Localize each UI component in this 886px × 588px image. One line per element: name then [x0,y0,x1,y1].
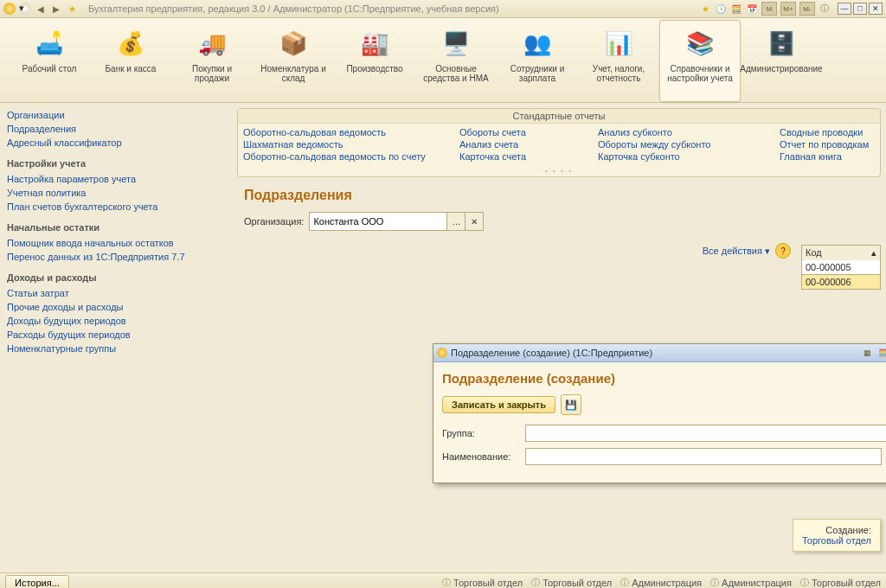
toolbar-icon: 💰 [113,26,148,61]
sidebar-link[interactable]: Прочие доходы и расходы [7,300,225,314]
report-link[interactable]: Карточка счета [459,151,589,162]
org-clear-btn[interactable]: ✕ [465,213,483,230]
toolbar-btn-3[interactable]: 📦Номенклатура и склад [253,20,334,102]
all-actions-link[interactable]: Все действия ▾ [703,246,770,257]
nav-back-icon[interactable]: ◀ [35,3,47,15]
toolbar-icon: 📚 [683,26,717,61]
calc-icon[interactable]: 🧮 [730,3,742,15]
sidebar-link[interactable]: Подразделения [7,122,225,136]
content-area: Стандартные отчеты Оборотно-сальдовая ве… [232,103,886,572]
name-input[interactable] [525,448,882,465]
name-row: Наименование: Код: [442,448,886,465]
toolbar-btn-5[interactable]: 🖥️Основные средства и НМА [415,20,497,102]
toolbar-label: Сотрудники и зарплата [499,64,575,83]
sidebar-link[interactable]: Статьи затрат [7,286,225,300]
page-title: Подразделения [244,188,881,203]
col-code: Код [806,247,822,259]
code-row[interactable]: 00-000006 [801,275,881,290]
info-small-icon: ⓘ [531,577,540,588]
sidebar-link[interactable]: Настройка параметров учета [7,172,225,186]
sidebar-link[interactable]: Расходы будущих периодов [7,328,225,342]
report-link[interactable]: Обороты между субконто [598,139,771,150]
toolbar-icon: 🚚 [195,26,229,61]
status-item[interactable]: ⓘТорговый отдел [531,577,612,588]
fav-icon[interactable]: ★ [699,3,711,15]
modal-calc-icon[interactable]: 🧮 [876,347,886,359]
report-link[interactable]: Анализ субконто [598,127,771,137]
status-item[interactable]: ⓘТорговый отдел [800,577,881,588]
status-item[interactable]: ⓘАдминистрация [710,577,792,588]
sidebar-link[interactable]: Учетная политика [7,186,225,200]
close-button[interactable]: ✕ [869,3,883,15]
sidebar-link[interactable]: Помощник ввода начальных остатков [7,236,225,250]
toolbar-icon: 🏭 [357,26,392,61]
report-link[interactable]: Шахматная ведомость [243,139,451,150]
sidebar-link[interactable]: Доходы будущих периодов [7,314,225,328]
col-sort-icon[interactable]: ▴ [871,247,876,259]
status-item[interactable]: ⓘАдминистрация [620,577,702,588]
org-select-btn[interactable]: … [446,213,465,230]
toolbar-btn-1[interactable]: 💰Банк и касса [90,20,171,102]
status-item[interactable]: ⓘТорговый отдел [442,577,523,588]
toolbar-btn-9[interactable]: 🗄️Администрирование [741,20,822,102]
info-small-icon: ⓘ [620,577,629,588]
report-link[interactable]: Оборотно-сальдовая ведомость по счету [243,151,451,162]
info-small-icon: ⓘ [710,577,719,588]
max-button[interactable]: □ [853,3,867,15]
mem-mplus[interactable]: M+ [780,2,796,16]
save-icon-button[interactable]: 💾 [561,394,581,415]
toolbar-btn-4[interactable]: 🏭Производство [334,20,415,102]
toolbar-icon: 🖥️ [439,26,473,61]
help-icon[interactable]: ? [775,243,791,259]
collapse-dots[interactable]: • • • • [238,167,880,176]
mem-m[interactable]: M [761,2,777,16]
info-icon[interactable]: ⓘ [819,3,831,15]
mem-mminus[interactable]: M- [799,2,815,16]
toolbar-btn-7[interactable]: 📊Учет, налоги, отчетность [578,20,659,102]
report-link[interactable]: Анализ счета [459,139,589,150]
toolbar-btn-8[interactable]: 📚Справочники и настройки учета [659,20,741,102]
report-link[interactable]: Оборотно-сальдовая ведомость [243,127,451,137]
info-small-icon: ⓘ [442,577,451,588]
reports-grid: Оборотно-сальдовая ведомостьОбороты счет… [238,124,880,167]
toolbar-label: Рабочий стол [22,64,77,74]
calendar-icon[interactable]: 📅 [746,3,758,15]
org-row: Организация: … ✕ [244,212,881,231]
toolbar-btn-2[interactable]: 🚚Покупки и продажи [171,20,253,102]
group-lookup: … 🔍 [525,424,886,443]
title-bar: ▾ ◀ ▶ ★ Бухгалтерия предприятия, редакци… [0,0,886,18]
report-link[interactable]: Главная книга [780,151,875,162]
toolbar-btn-0[interactable]: 🛋️Рабочий стол [9,20,90,102]
toolbar-icon: 📦 [276,26,311,61]
info-small-icon: ⓘ [800,577,809,588]
star-icon[interactable]: ★ [66,3,78,15]
sidebar-link[interactable]: Адресный классификатор [7,136,225,150]
history-button[interactable]: История... [5,575,69,588]
nav-fwd-icon[interactable]: ▶ [50,3,62,15]
report-link[interactable]: Обороты счета [459,127,589,137]
code-row[interactable]: 00-000005 [801,260,881,275]
sidebar-link[interactable]: Номенклатурные группы [7,342,225,355]
modal-grid-icon[interactable]: ▦ [861,347,873,359]
report-link[interactable]: Карточка субконто [598,151,771,162]
modal-titlebar: Подразделение (создание) (1С:Предприятие… [433,344,886,362]
sidebar-link[interactable]: Перенос данных из 1С:Предприятия 7.7 [7,250,225,264]
group-label: Группа: [442,428,520,438]
modal-title: Подразделение (создание) [442,371,886,386]
report-link[interactable]: Отчет по проводкам [780,139,875,150]
min-button[interactable]: — [838,3,851,15]
org-input[interactable] [310,214,446,229]
toolbar-label: Производство [346,64,402,74]
toolbar-btn-6[interactable]: 👥Сотрудники и зарплата [497,20,578,102]
sidebar-link[interactable]: План счетов бухгалтерского учета [7,200,225,214]
modal-app-icon [437,348,447,358]
code-list: Код ▴ 00-00000500-000006 [801,245,881,290]
sidebar-link[interactable]: Организации [7,108,225,122]
report-link[interactable]: Сводные проводки [780,127,875,137]
group-input[interactable] [525,425,886,442]
toolbar-label: Администрирование [740,64,822,74]
clock-icon[interactable]: 🕓 [715,3,727,15]
save-close-button[interactable]: Записать и закрыть [442,396,555,413]
window-title: Бухгалтерия предприятия, редакция 3.0 / … [88,3,694,14]
dropdown-icon[interactable]: ▾ [19,3,31,15]
